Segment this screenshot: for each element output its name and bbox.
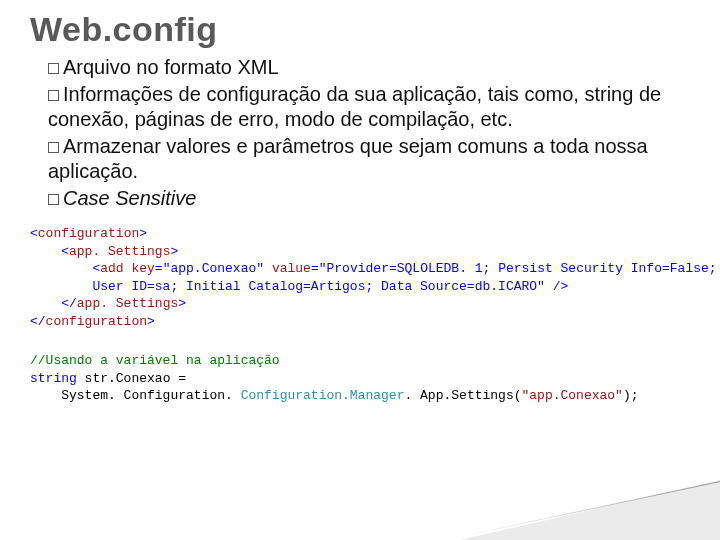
- code-block-csharp: //Usando a variável na aplicação string …: [30, 352, 690, 405]
- bullet-rest: Sensitive: [110, 187, 197, 209]
- tok: );: [623, 388, 639, 403]
- tok: configuration: [38, 226, 139, 241]
- tok: str.Conexao =: [77, 371, 186, 386]
- tok: =: [155, 261, 163, 276]
- tok: "app.Conexao": [522, 388, 623, 403]
- tok: configuration: [46, 314, 147, 329]
- tok: [264, 261, 272, 276]
- bullet-item: Arquivo no formato XML: [48, 55, 690, 80]
- tok: app. Settings: [77, 296, 178, 311]
- bullet-lead: Case: [63, 187, 110, 209]
- code-block-xml: <configuration> <app. Settings> <add key…: [30, 225, 690, 330]
- tok: </: [30, 296, 77, 311]
- tok: >: [178, 296, 186, 311]
- slide-title: Web.config: [30, 10, 690, 49]
- tok: value: [272, 261, 311, 276]
- tok: User ID=sa; Initial Catalog=Artigos; Dat…: [30, 279, 545, 294]
- tok: app. Settings: [69, 244, 170, 259]
- tok: string: [30, 371, 77, 386]
- tok: Configuration.Manager: [241, 388, 405, 403]
- tok: =: [311, 261, 319, 276]
- tok: System. Configuration.: [30, 388, 241, 403]
- tok: />: [545, 279, 568, 294]
- bullet-marker-icon: [48, 90, 59, 101]
- tok: >: [147, 314, 155, 329]
- bullet-item: Armazenar valores e parâmetros que sejam…: [48, 134, 690, 184]
- bullet-marker-icon: [48, 63, 59, 74]
- tok: <: [30, 244, 69, 259]
- bullet-item: Case Sensitive: [48, 186, 690, 211]
- tok: </: [30, 314, 46, 329]
- tok: . App.Settings(: [404, 388, 521, 403]
- tok: key: [131, 261, 154, 276]
- tok: "Provider=SQLOLEDB. 1; Persist Security …: [319, 261, 717, 276]
- bullet-lead: Informações: [63, 83, 173, 105]
- bullet-lead: Arquivo: [63, 56, 131, 78]
- bullet-marker-icon: [48, 194, 59, 205]
- bullet-marker-icon: [48, 142, 59, 153]
- slide: Web.config Arquivo no formato XML Inform…: [0, 0, 720, 540]
- tok: <: [30, 226, 38, 241]
- tok: //Usando a variável na aplicação: [30, 353, 280, 368]
- bullet-item: Informações de configuração da sua aplic…: [48, 82, 690, 132]
- tok: add: [100, 261, 123, 276]
- tok: <: [30, 261, 100, 276]
- tok: >: [170, 244, 178, 259]
- tok: "app.Conexao": [163, 261, 264, 276]
- bullet-list: Arquivo no formato XML Informações de co…: [48, 55, 690, 211]
- bullet-rest: no formato XML: [131, 56, 279, 78]
- bullet-lead: Armazenar: [63, 135, 161, 157]
- tok: >: [139, 226, 147, 241]
